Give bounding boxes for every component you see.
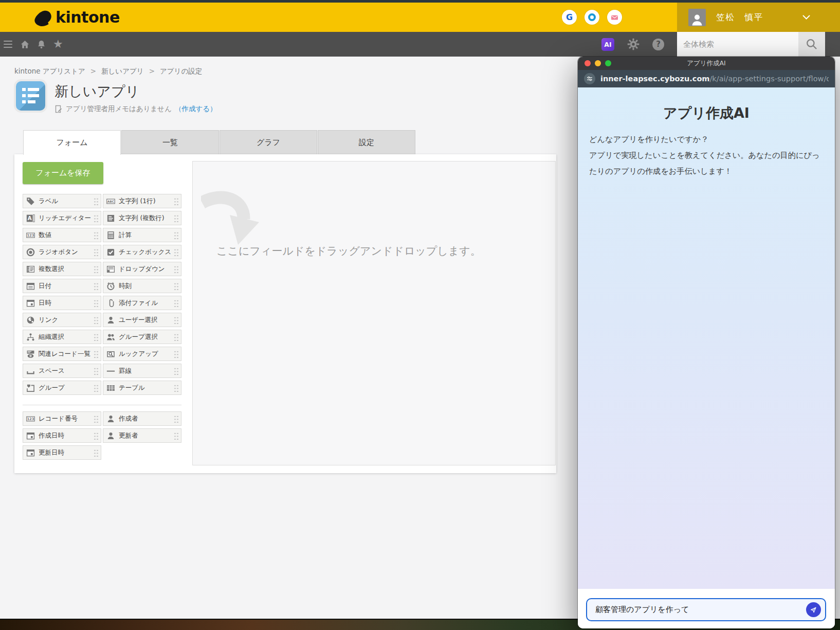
drag-handle-icon (94, 231, 99, 240)
palette-field-label: リンク (39, 316, 94, 325)
space-icon (26, 367, 35, 375)
office-service-icon[interactable] (585, 10, 599, 25)
breadcrumb-item[interactable]: 新しいアプリ (101, 67, 144, 76)
settings-gear-icon[interactable] (627, 38, 640, 50)
palette-field-label: 日時 (39, 299, 94, 308)
memo-text: アプリ管理者用メモはありません (66, 104, 172, 114)
dropzone-hint: ここにフィールドをドラッグアンドドロップします。 (216, 244, 481, 258)
screen: kintone G 笠松 慎平 ★ (0, 0, 840, 630)
palette-field-label: 文字列 (複数行) (119, 214, 174, 223)
drag-handle-icon (174, 265, 179, 274)
drag-handle-icon (94, 431, 99, 440)
palette-field-label: ラジオボタン (39, 248, 94, 257)
ai-input-box (586, 598, 826, 621)
palette-field-label: 複数選択 (39, 265, 94, 274)
menu-icon[interactable] (4, 41, 12, 48)
home-icon[interactable] (20, 40, 30, 49)
memo-create-link[interactable]: （作成する） (175, 104, 217, 114)
breadcrumb-item: アプリの設定 (160, 67, 202, 76)
send-icon (809, 605, 818, 615)
palette-field-label: 更新者 (119, 431, 174, 440)
palette-field[interactable]: 123レコード番号 (23, 411, 101, 426)
related-icon (26, 350, 35, 358)
palette-field[interactable]: ドロップダウン (103, 262, 181, 276)
tab-inactive[interactable]: グラフ (220, 130, 317, 154)
drag-handle-icon (174, 431, 179, 440)
palette-field[interactable]: ABC文字列 (1行) (103, 194, 181, 208)
lookup-icon (106, 350, 115, 358)
drag-handle-icon (94, 415, 99, 423)
palette-field-label: グループ (39, 384, 94, 392)
palette-field[interactable]: チェックボックス (103, 245, 181, 259)
palette-field-label: レコード番号 (39, 415, 94, 423)
save-form-button[interactable]: フォームを保存 (23, 162, 103, 184)
tab-inactive[interactable]: 一覧 (121, 130, 219, 154)
palette-field[interactable]: 更新日時 (23, 445, 101, 460)
palette-field[interactable]: ユーザー選択 (103, 313, 181, 327)
ai-app-creation-window: アプリ作成AI inner-leapsec.cybozu.com/k/ai/ap… (578, 57, 835, 628)
palette-field-label: スペース (39, 367, 94, 375)
calendar-day-icon (26, 431, 35, 440)
user-menu[interactable]: 笠松 慎平 (677, 3, 840, 32)
palette-field[interactable]: ラベル (23, 194, 101, 208)
palette-field[interactable]: 更新者 (103, 428, 181, 443)
palette-field[interactable]: グループ選択 (103, 330, 181, 344)
favorites-star-icon[interactable]: ★ (53, 39, 63, 50)
palette-field[interactable]: ルックアップ (103, 347, 181, 361)
palette-field[interactable]: グループ (23, 381, 101, 395)
drag-handle-icon (174, 299, 179, 308)
palette-field-label: 数値 (39, 231, 94, 240)
palette-field[interactable]: 123数値 (23, 228, 101, 242)
search-button[interactable] (798, 32, 825, 57)
global-search-input[interactable] (677, 32, 798, 57)
drag-handle-icon (174, 415, 179, 423)
palette-field[interactable]: ラジオボタン (23, 245, 101, 259)
drag-handle-icon (94, 350, 99, 358)
tab-inactive[interactable]: 設定 (318, 130, 415, 154)
palette-field[interactable]: リンク (23, 313, 101, 327)
breadcrumb-item[interactable]: kintone アプリストア (14, 67, 85, 76)
url-display[interactable]: inner-leapsec.cybozu.com/k/ai/app-settin… (600, 75, 829, 83)
multiselect-icon (26, 265, 35, 274)
ai-assistant-icon[interactable]: AI (601, 38, 614, 51)
palette-field-label: グループ選択 (119, 333, 174, 341)
palette-field[interactable]: 組織選択 (23, 330, 101, 344)
site-settings-icon[interactable] (584, 73, 595, 84)
palette-field[interactable]: 計算 (103, 228, 181, 242)
palette-field-label: 文字列 (1行) (119, 197, 174, 206)
kintone-logo[interactable]: kintone (33, 3, 120, 32)
palette-field[interactable]: 作成日時 (23, 428, 101, 443)
mail-service-icon[interactable] (607, 10, 622, 25)
palette-field[interactable]: Aリッチエディター (23, 211, 101, 225)
drag-handle-icon (94, 299, 99, 308)
number-icon: 123 (26, 415, 35, 423)
zoom-window-icon[interactable] (605, 60, 611, 66)
palette-field[interactable]: 日時 (23, 296, 101, 310)
send-button[interactable] (806, 602, 821, 617)
close-window-icon[interactable] (585, 60, 591, 66)
drag-handle-icon (94, 384, 99, 392)
palette-field[interactable]: 作成者 (103, 411, 181, 426)
form-builder-panel: フォームを保存 ラベルAリッチエディター123数値ラジオボタン複数選択日付日時リ… (14, 154, 556, 473)
palette-field[interactable]: 添付ファイル (103, 296, 181, 310)
ai-chat-input[interactable] (587, 599, 806, 620)
clock-icon (106, 282, 115, 291)
form-dropzone[interactable]: ここにフィールドをドラッグアンドドロップします。 (192, 161, 556, 465)
palette-field[interactable]: 時刻 (103, 279, 181, 293)
settings-tabs: フォーム一覧グラフ設定 (23, 130, 416, 155)
palette-field[interactable]: 文字列 (複数行) (103, 211, 181, 225)
help-icon[interactable]: ? (652, 39, 664, 50)
palette-field[interactable]: スペース (23, 364, 101, 378)
palette-field[interactable]: 日付 (23, 279, 101, 293)
palette-field[interactable]: 複数選択 (23, 262, 101, 276)
palette-field-label: 計算 (119, 231, 174, 240)
notification-bell-icon[interactable] (36, 40, 46, 49)
garoon-service-icon[interactable]: G (562, 10, 577, 25)
drag-handle-icon (94, 448, 99, 457)
palette-field[interactable]: テーブル (103, 381, 181, 395)
palette-field[interactable]: 関連レコード一覧 (23, 347, 101, 361)
minimize-window-icon[interactable] (595, 60, 601, 66)
ai-window-titlebar[interactable]: アプリ作成AI (578, 57, 835, 70)
tab-active[interactable]: フォーム (23, 130, 121, 155)
palette-field[interactable]: 罫線 (103, 364, 181, 378)
